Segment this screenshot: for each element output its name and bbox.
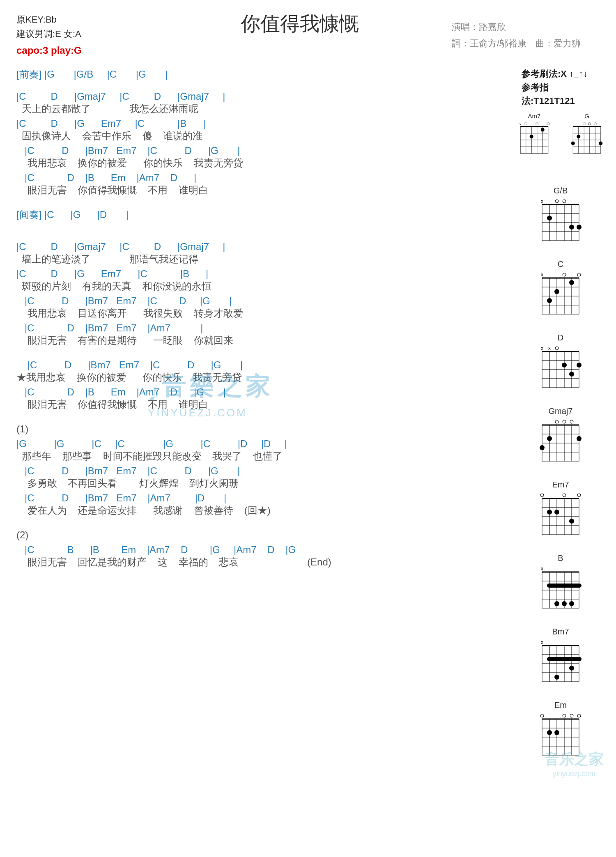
chord-line: |C D |Bm7 Em7 |C D |G | (16, 143, 513, 156)
footer-wm-url: yinyuezj.com (545, 770, 604, 778)
svg-point-134 (569, 601, 574, 606)
lyric-line: 斑驳的片刻 有我的天真 和你没说的永恒 (16, 279, 513, 294)
svg-point-14 (536, 123, 538, 125)
svg-point-83 (569, 372, 574, 377)
lyric-line: 我用悲哀 目送你离开 我很失败 转身才敢爱 (16, 306, 513, 321)
svg-point-12 (525, 123, 527, 125)
svg-point-133 (562, 601, 567, 606)
chord-label: Em7 (522, 480, 600, 489)
lyric-line: 我用悲哀 换你的被爱 你的快乐 我责无旁贷 (16, 156, 513, 170)
chord-label: Gmaj7 (522, 407, 600, 416)
lyric-line: (2) (16, 528, 513, 542)
svg-point-67 (577, 273, 581, 276)
chord-line: |C D |B Em |Am7 D |G | (16, 385, 513, 397)
chord-diagrams-column: 参考刷法:X ↑_↑↓ 参考指法:T121T121 Am7xGG/BxCxDxx… (522, 67, 600, 774)
chord-diagram: G (568, 113, 605, 161)
svg-point-30 (583, 123, 585, 125)
svg-text:x: x (519, 122, 522, 126)
svg-text:x: x (541, 639, 543, 645)
chord-label: G (568, 113, 605, 119)
svg-point-63 (547, 298, 552, 303)
pattern-info: 参考刷法:X ↑_↑↓ 参考指法:T121T121 (522, 67, 600, 108)
lyric-line: 多勇敢 不再回头看 灯火辉煌 到灯火阑珊 (16, 476, 513, 491)
svg-point-149 (569, 666, 574, 671)
svg-point-16 (547, 123, 549, 125)
lyric-line: 爱在人为 还是命运安排 我感谢 曾被善待 (回★) (16, 503, 513, 518)
svg-point-164 (563, 714, 566, 717)
chord-diagram: Em7 (522, 480, 600, 545)
svg-point-113 (540, 494, 544, 497)
pick-pattern: 参考指法:T121T121 (522, 80, 600, 108)
svg-point-166 (577, 714, 581, 717)
chord-line: |C D |Gmaj7 |C D |Gmaj7 | (16, 89, 513, 101)
song-title: 你值得我慷慨 (148, 11, 452, 37)
chord-line: |C D |Bm7 Em7 |C D |G | (16, 464, 513, 476)
svg-point-132 (554, 601, 559, 606)
chord-label: Am7 (516, 113, 553, 119)
lyric-line: 眼泪无害 有害的是期待 一眨眼 你就回来 (16, 333, 513, 348)
suggested-key: 建议男调:E 女:A (16, 27, 148, 41)
svg-point-163 (554, 730, 559, 735)
chord-diagram: Cx (522, 260, 600, 324)
svg-point-84 (577, 363, 582, 368)
svg-text:x: x (541, 272, 543, 278)
chord-line: |C D |G Em7 |C |B | (16, 116, 513, 129)
credit-line: 詞：王俞方/邬裕康 曲：爱力狮 (452, 35, 600, 52)
svg-point-29 (577, 135, 580, 138)
svg-point-65 (563, 273, 566, 276)
chord-diagram: Dxx (522, 333, 600, 397)
svg-point-98 (555, 420, 559, 423)
capo-info: capo:3 play:G (16, 43, 148, 58)
svg-point-66 (569, 280, 574, 285)
svg-point-50 (577, 225, 582, 230)
svg-point-32 (594, 123, 596, 125)
lyric-line: 天上的云都散了 我怎么还淋雨呢 (16, 101, 513, 116)
chord-line: |C B |B Em |Am7 D |G |Am7 D |G (16, 542, 513, 555)
footer-wm-text: 音乐之家 (545, 749, 604, 770)
lyric-line: 眼泪无害 你值得我慷慨 不用 谁明白 (16, 397, 513, 412)
svg-point-148 (554, 675, 559, 680)
svg-point-161 (540, 714, 544, 717)
svg-point-15 (541, 128, 545, 131)
header: 原KEY:Bb 建议男调:E 女:A capo:3 play:G 你值得我慷慨 … (16, 12, 600, 59)
svg-text:x: x (541, 345, 543, 351)
chord-diagram: Bm7x (522, 627, 600, 692)
chord-diagram: Gmaj7 (522, 407, 600, 471)
lyric-line: 固执像诗人 会苦中作乐 傻 谁说的准 (16, 129, 513, 143)
chord-label: D (522, 333, 600, 342)
strum-pattern: 参考刷法:X ↑_↑↓ (522, 67, 600, 80)
meta-left: 原KEY:Bb 建议男调:E 女:A capo:3 play:G (16, 12, 148, 59)
svg-rect-130 (547, 584, 582, 588)
chord-label: Em (522, 701, 600, 710)
svg-point-28 (571, 141, 575, 145)
chord-diagram: Bx (522, 554, 600, 618)
svg-point-64 (554, 289, 559, 294)
svg-point-114 (547, 510, 552, 515)
chord-diagram: G/Bx (522, 186, 600, 250)
svg-point-96 (540, 445, 545, 450)
chord-line: |C D |Gmaj7 |C D |Gmaj7 | (16, 239, 513, 252)
svg-point-46 (547, 216, 552, 221)
svg-point-99 (563, 420, 566, 423)
lyric-line: 那些年 那些事 时间不能摧毁只能改变 我哭了 也懂了 (16, 449, 513, 464)
svg-rect-146 (547, 657, 582, 661)
svg-text:x: x (541, 566, 543, 572)
chord-label: B (522, 554, 600, 563)
svg-point-117 (569, 519, 574, 524)
svg-point-165 (570, 714, 573, 717)
svg-point-31 (588, 123, 591, 125)
lyric-line: 墙上的笔迹淡了 那语气我还记得 (16, 252, 513, 267)
chord-line: |C D |Bm7 Em7 |Am7 | (16, 321, 513, 333)
chord-line: |C D |G Em7 |C |B | (16, 267, 513, 279)
svg-point-116 (563, 494, 566, 497)
svg-point-47 (555, 200, 559, 203)
svg-point-13 (530, 135, 533, 138)
chord-line: |C D |Bm7 Em7 |Am7 |D | (16, 491, 513, 503)
svg-point-82 (562, 363, 567, 368)
svg-point-48 (563, 200, 566, 203)
footer-watermark: 音乐之家 yinyuezj.com (545, 749, 604, 778)
svg-text:x: x (548, 345, 551, 351)
lyric-line: ★我用悲哀 换你的被爱 你的快乐 我责无旁贷 (16, 370, 513, 385)
chord-line: |C D |Bm7 Em7 |C D |G | (16, 294, 513, 306)
svg-point-33 (599, 141, 602, 145)
